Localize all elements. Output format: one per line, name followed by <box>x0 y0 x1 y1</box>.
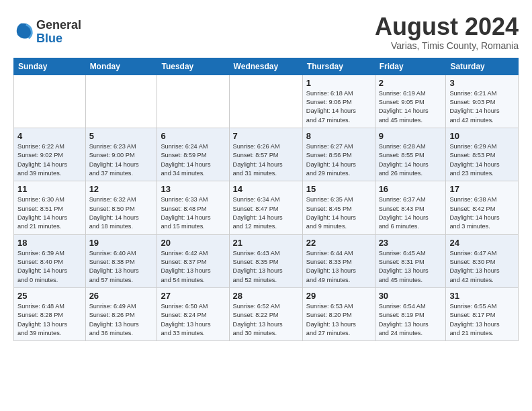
day-number: 25 <box>17 291 82 301</box>
day-info: Sunrise: 6:32 AM Sunset: 8:50 PM Dayligh… <box>89 195 154 231</box>
table-row: 31Sunrise: 6:55 AM Sunset: 8:17 PM Dayli… <box>446 288 519 341</box>
month-title: August 2024 <box>375 13 519 40</box>
logo-icon <box>15 21 34 40</box>
day-number: 19 <box>89 238 154 248</box>
day-number: 13 <box>161 184 225 194</box>
day-info: Sunrise: 6:45 AM Sunset: 8:31 PM Dayligh… <box>379 249 443 285</box>
table-row: 10Sunrise: 6:29 AM Sunset: 8:53 PM Dayli… <box>446 128 519 181</box>
day-number: 16 <box>379 184 443 194</box>
day-info: Sunrise: 6:53 AM Sunset: 8:20 PM Dayligh… <box>306 302 371 338</box>
day-number: 28 <box>233 291 299 301</box>
day-info: Sunrise: 6:21 AM Sunset: 9:03 PM Dayligh… <box>449 89 515 125</box>
day-number: 27 <box>161 291 225 301</box>
day-number: 9 <box>379 131 443 141</box>
calendar-week-row: 25Sunrise: 6:48 AM Sunset: 8:28 PM Dayli… <box>14 288 519 341</box>
day-number: 31 <box>449 291 515 301</box>
logo-general-text: General <box>36 18 81 32</box>
table-row <box>157 75 229 128</box>
day-number: 24 <box>449 238 515 248</box>
table-row <box>14 75 86 128</box>
table-row: 3Sunrise: 6:21 AM Sunset: 9:03 PM Daylig… <box>446 75 519 128</box>
table-row: 26Sunrise: 6:49 AM Sunset: 8:26 PM Dayli… <box>85 288 157 341</box>
day-info: Sunrise: 6:24 AM Sunset: 8:59 PM Dayligh… <box>161 142 225 178</box>
table-row: 27Sunrise: 6:50 AM Sunset: 8:24 PM Dayli… <box>157 288 229 341</box>
day-number: 15 <box>306 184 371 194</box>
day-info: Sunrise: 6:27 AM Sunset: 8:56 PM Dayligh… <box>306 142 371 178</box>
day-info: Sunrise: 6:30 AM Sunset: 8:51 PM Dayligh… <box>17 195 82 231</box>
day-info: Sunrise: 6:55 AM Sunset: 8:17 PM Dayligh… <box>449 302 515 338</box>
table-row <box>229 75 302 128</box>
day-number: 4 <box>17 131 82 141</box>
day-number: 10 <box>449 131 515 141</box>
title-block: August 2024 Varias, Timis County, Romani… <box>375 13 519 51</box>
page: General Blue August 2024 Varias, Timis C… <box>0 0 532 348</box>
header-friday: Friday <box>375 58 446 75</box>
table-row: 25Sunrise: 6:48 AM Sunset: 8:28 PM Dayli… <box>14 288 86 341</box>
logo-blue-text: Blue <box>36 32 62 45</box>
table-row: 19Sunrise: 6:40 AM Sunset: 8:38 PM Dayli… <box>85 234 157 287</box>
day-number: 26 <box>89 291 154 301</box>
day-info: Sunrise: 6:48 AM Sunset: 8:28 PM Dayligh… <box>17 302 82 338</box>
day-number: 22 <box>306 238 371 248</box>
day-number: 3 <box>449 78 515 88</box>
day-info: Sunrise: 6:40 AM Sunset: 8:38 PM Dayligh… <box>89 249 154 285</box>
calendar-table: Sunday Monday Tuesday Wednesday Thursday… <box>13 58 519 342</box>
calendar-week-row: 11Sunrise: 6:30 AM Sunset: 8:51 PM Dayli… <box>14 181 519 234</box>
day-number: 8 <box>306 131 371 141</box>
day-number: 18 <box>17 238 82 248</box>
day-info: Sunrise: 6:29 AM Sunset: 8:53 PM Dayligh… <box>449 142 515 178</box>
location: Varias, Timis County, Romania <box>375 40 519 51</box>
header-monday: Monday <box>85 58 157 75</box>
calendar-header-row: Sunday Monday Tuesday Wednesday Thursday… <box>14 58 519 75</box>
header-saturday: Saturday <box>446 58 519 75</box>
day-info: Sunrise: 6:37 AM Sunset: 8:43 PM Dayligh… <box>379 195 443 231</box>
day-number: 6 <box>161 131 225 141</box>
table-row: 8Sunrise: 6:27 AM Sunset: 8:56 PM Daylig… <box>302 128 375 181</box>
day-number: 20 <box>161 238 225 248</box>
day-info: Sunrise: 6:54 AM Sunset: 8:19 PM Dayligh… <box>379 302 443 338</box>
calendar-week-row: 18Sunrise: 6:39 AM Sunset: 8:40 PM Dayli… <box>14 234 519 287</box>
calendar-week-row: 4Sunrise: 6:22 AM Sunset: 9:02 PM Daylig… <box>14 128 519 181</box>
table-row: 13Sunrise: 6:33 AM Sunset: 8:48 PM Dayli… <box>157 181 229 234</box>
table-row: 1Sunrise: 6:18 AM Sunset: 9:06 PM Daylig… <box>302 75 375 128</box>
day-info: Sunrise: 6:42 AM Sunset: 8:37 PM Dayligh… <box>161 249 225 285</box>
day-number: 14 <box>233 184 299 194</box>
table-row: 12Sunrise: 6:32 AM Sunset: 8:50 PM Dayli… <box>85 181 157 234</box>
day-number: 17 <box>449 184 515 194</box>
day-info: Sunrise: 6:33 AM Sunset: 8:48 PM Dayligh… <box>161 195 225 231</box>
table-row: 14Sunrise: 6:34 AM Sunset: 8:47 PM Dayli… <box>229 181 302 234</box>
calendar-week-row: 1Sunrise: 6:18 AM Sunset: 9:06 PM Daylig… <box>14 75 519 128</box>
logo: General Blue <box>13 19 81 46</box>
day-number: 29 <box>306 291 371 301</box>
table-row: 11Sunrise: 6:30 AM Sunset: 8:51 PM Dayli… <box>14 181 86 234</box>
day-number: 21 <box>233 238 299 248</box>
header-thursday: Thursday <box>302 58 375 75</box>
table-row: 21Sunrise: 6:43 AM Sunset: 8:35 PM Dayli… <box>229 234 302 287</box>
day-number: 7 <box>233 131 299 141</box>
table-row: 28Sunrise: 6:52 AM Sunset: 8:22 PM Dayli… <box>229 288 302 341</box>
header: General Blue August 2024 Varias, Timis C… <box>13 13 519 51</box>
table-row: 22Sunrise: 6:44 AM Sunset: 8:33 PM Dayli… <box>302 234 375 287</box>
day-info: Sunrise: 6:49 AM Sunset: 8:26 PM Dayligh… <box>89 302 154 338</box>
table-row: 24Sunrise: 6:47 AM Sunset: 8:30 PM Dayli… <box>446 234 519 287</box>
day-number: 1 <box>306 78 371 88</box>
day-number: 23 <box>379 238 443 248</box>
day-info: Sunrise: 6:52 AM Sunset: 8:22 PM Dayligh… <box>233 302 299 338</box>
day-info: Sunrise: 6:28 AM Sunset: 8:55 PM Dayligh… <box>379 142 443 178</box>
day-info: Sunrise: 6:47 AM Sunset: 8:30 PM Dayligh… <box>449 249 515 285</box>
table-row: 16Sunrise: 6:37 AM Sunset: 8:43 PM Dayli… <box>375 181 446 234</box>
table-row: 23Sunrise: 6:45 AM Sunset: 8:31 PM Dayli… <box>375 234 446 287</box>
table-row: 5Sunrise: 6:23 AM Sunset: 9:00 PM Daylig… <box>85 128 157 181</box>
day-info: Sunrise: 6:22 AM Sunset: 9:02 PM Dayligh… <box>17 142 82 178</box>
day-info: Sunrise: 6:39 AM Sunset: 8:40 PM Dayligh… <box>17 249 82 285</box>
table-row: 20Sunrise: 6:42 AM Sunset: 8:37 PM Dayli… <box>157 234 229 287</box>
day-number: 30 <box>379 291 443 301</box>
header-wednesday: Wednesday <box>229 58 302 75</box>
day-info: Sunrise: 6:34 AM Sunset: 8:47 PM Dayligh… <box>233 195 299 231</box>
day-info: Sunrise: 6:50 AM Sunset: 8:24 PM Dayligh… <box>161 302 225 338</box>
table-row: 30Sunrise: 6:54 AM Sunset: 8:19 PM Dayli… <box>375 288 446 341</box>
table-row: 6Sunrise: 6:24 AM Sunset: 8:59 PM Daylig… <box>157 128 229 181</box>
table-row: 29Sunrise: 6:53 AM Sunset: 8:20 PM Dayli… <box>302 288 375 341</box>
table-row: 15Sunrise: 6:35 AM Sunset: 8:45 PM Dayli… <box>302 181 375 234</box>
table-row: 4Sunrise: 6:22 AM Sunset: 9:02 PM Daylig… <box>14 128 86 181</box>
